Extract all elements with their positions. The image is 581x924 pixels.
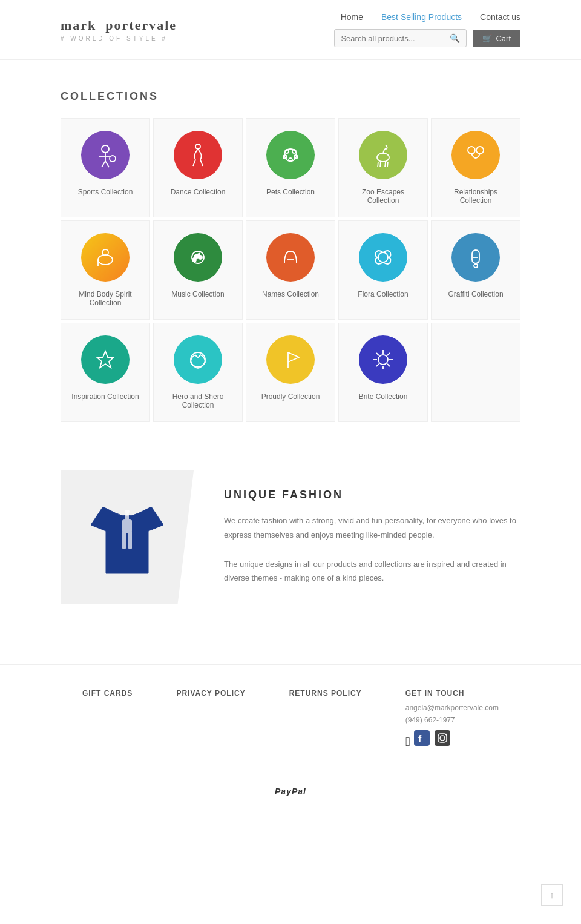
svg-line-4 — [105, 161, 109, 167]
svg-line-18 — [385, 162, 386, 167]
dance-icon — [174, 131, 222, 179]
facebook-icon:  — [405, 734, 410, 749]
cart-button[interactable]: 🛒 Cart — [473, 30, 520, 47]
brite-label: Brite Collection — [359, 392, 408, 401]
collection-pets[interactable]: Pets Collection — [246, 118, 335, 217]
header: mark portervale # WORLD OF STYLE # Home … — [0, 0, 581, 60]
cart-label: Cart — [496, 34, 511, 43]
svg-point-5 — [110, 156, 116, 162]
svg-marker-33 — [97, 351, 114, 368]
footer-privacy[interactable]: PRIVACY POLICY — [176, 689, 245, 698]
svg-point-22 — [98, 255, 113, 265]
proudly-icon — [266, 335, 315, 384]
svg-line-8 — [200, 160, 203, 166]
graffiti-label: Graffiti Collection — [448, 290, 503, 299]
brite-icon — [359, 335, 407, 384]
unique-paragraph2: The unique designs in all our products a… — [224, 557, 520, 586]
search-box: 🔍 — [334, 29, 467, 47]
collection-zoo[interactable]: Zoo Escapes Collection — [338, 118, 428, 217]
search-button[interactable]: 🔍 — [450, 33, 460, 43]
collection-dance[interactable]: Dance Collection — [153, 118, 243, 217]
flora-icon — [359, 233, 407, 282]
collection-graffiti[interactable]: Graffiti Collection — [431, 220, 520, 320]
collection-flora[interactable]: Flora Collection — [338, 220, 428, 320]
nav-contact[interactable]: Contact us — [480, 12, 520, 22]
unique-paragraph1: We create fashion with a strong, vivid a… — [224, 513, 520, 542]
svg-point-55 — [445, 734, 447, 735]
instagram-link[interactable] — [435, 730, 450, 750]
svg-rect-30 — [472, 250, 479, 263]
dance-label: Dance Collection — [171, 188, 226, 196]
names-label: Names Collection — [262, 290, 319, 299]
svg-rect-46 — [128, 531, 132, 549]
svg-line-17 — [380, 162, 381, 167]
relationships-label: Relationships Collection — [438, 188, 514, 205]
svg-point-11 — [292, 150, 296, 153]
search-cart-area: 🔍 🛒 Cart — [334, 29, 520, 47]
relationships-icon — [451, 131, 500, 179]
svg-line-3 — [102, 161, 105, 167]
unique-fashion-section: UNIQUE FASHION We create fashion with a … — [61, 470, 520, 604]
sports-label: Sports Collection — [78, 188, 133, 196]
svg-point-29 — [378, 252, 388, 262]
svg-rect-50 — [414, 730, 430, 746]
collection-names[interactable]: Names Collection — [246, 220, 335, 320]
svg-point-49 — [125, 510, 130, 513]
footer-contact: GET IN TOUCH angela@markportervale.com (… — [405, 689, 499, 750]
collections-row-2: Mind Body Spirit Collection Music Collec… — [61, 220, 520, 320]
svg-line-44 — [376, 364, 379, 366]
collections-heading: COLLECTIONS — [61, 90, 520, 103]
nav-home[interactable]: Home — [341, 12, 363, 22]
collection-music[interactable]: Music Collection — [153, 220, 243, 320]
svg-rect-45 — [122, 531, 126, 549]
footer-returns[interactable]: RETURNS POLICY — [289, 689, 362, 698]
collection-relationships[interactable]: Relationships Collection — [431, 118, 520, 217]
collection-sports[interactable]: Sports Collection — [61, 118, 150, 217]
music-icon — [174, 233, 222, 282]
proudly-label: Proudly Collection — [261, 392, 320, 401]
inspiration-label: Inspiration Collection — [71, 392, 139, 401]
social-icons:  f — [405, 730, 499, 750]
main-content: COLLECTIONS Sports Collection — [48, 60, 533, 664]
svg-point-0 — [102, 145, 109, 153]
svg-line-7 — [193, 160, 195, 166]
logo-area: mark portervale # WORLD OF STYLE # — [61, 18, 177, 42]
unique-image — [61, 470, 194, 604]
footer-email: angela@markportervale.com — [405, 704, 499, 712]
footer-gift-cards[interactable]: GIFT CARDS — [82, 689, 133, 698]
svg-point-31 — [474, 264, 478, 268]
svg-point-21 — [476, 147, 484, 154]
mindbody-label: Mind Body Spirit Collection — [67, 290, 143, 307]
sports-icon — [81, 131, 130, 179]
svg-line-41 — [376, 353, 379, 355]
zoo-label: Zoo Escapes Collection — [345, 188, 421, 205]
collection-hero[interactable]: Hero and Shero Collection — [153, 323, 243, 422]
svg-point-20 — [468, 147, 475, 154]
collection-brite[interactable]: Brite Collection — [338, 323, 428, 422]
facebook-link[interactable]:  f — [405, 730, 430, 750]
collections-row-3: Inspiration Collection Hero and Shero Co… — [61, 323, 520, 422]
search-input[interactable] — [341, 34, 450, 43]
hero-label: Hero and Shero Collection — [160, 392, 236, 409]
nav-best-selling[interactable]: Best Selling Products — [381, 12, 462, 22]
collections-section: COLLECTIONS Sports Collection — [61, 90, 520, 422]
cart-icon: 🛒 — [482, 34, 492, 43]
svg-text:f: f — [418, 734, 422, 744]
collection-mindbody[interactable]: Mind Body Spirit Collection — [61, 220, 150, 320]
logo-sub: # WORLD OF STYLE # — [61, 35, 177, 42]
svg-point-36 — [378, 355, 388, 365]
svg-point-14 — [289, 158, 292, 162]
music-label: Music Collection — [171, 290, 224, 299]
svg-point-6 — [195, 144, 200, 149]
names-icon — [266, 233, 315, 282]
svg-line-43 — [387, 353, 390, 355]
collection-inspiration[interactable]: Inspiration Collection — [61, 323, 150, 422]
unique-text: UNIQUE FASHION We create fashion with a … — [224, 489, 520, 586]
unique-heading: UNIQUE FASHION — [224, 489, 520, 501]
svg-line-42 — [387, 364, 390, 366]
hero-icon — [174, 335, 222, 384]
svg-line-16 — [378, 162, 378, 167]
collection-proudly[interactable]: Proudly Collection — [246, 323, 335, 422]
footer-phone: (949) 662-1977 — [405, 716, 499, 724]
svg-point-10 — [285, 150, 289, 153]
